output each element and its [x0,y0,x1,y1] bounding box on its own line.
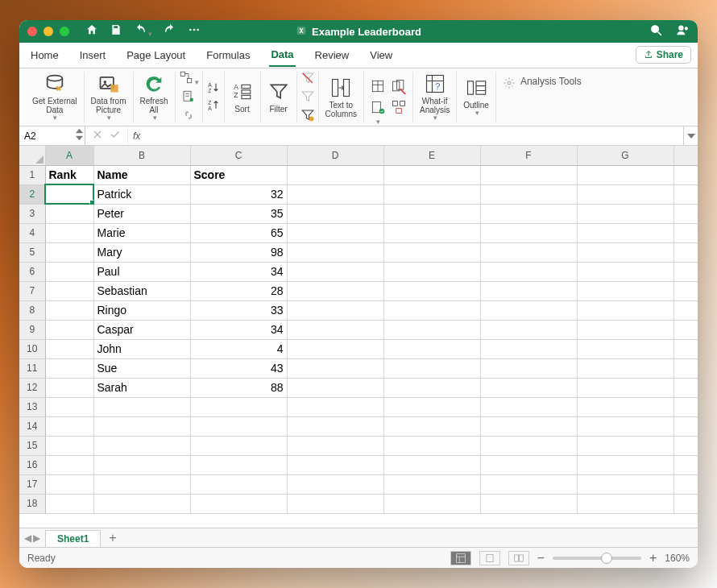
cell-G1[interactable] [577,165,673,184]
cell-F12[interactable] [480,378,577,397]
connections-icon[interactable]: ▾ [179,70,199,87]
undo-icon[interactable]: ▾ [134,23,152,39]
more-icon[interactable] [188,23,201,39]
cell-G14[interactable] [577,416,673,436]
cell-F17[interactable] [480,474,577,494]
zoom-in-button[interactable]: + [649,551,657,565]
sheet-tab-sheet1[interactable]: Sheet1 [45,530,101,547]
advanced-filter-icon[interactable] [300,108,315,124]
tab-page-layout[interactable]: Page Layout [125,44,187,66]
cell-D2[interactable] [287,184,383,204]
flash-fill-icon[interactable] [369,78,387,96]
cell-C8[interactable]: 33 [190,300,287,320]
filter-button[interactable]: Filter [261,72,297,122]
cell-E11[interactable] [383,358,480,378]
cell-A12[interactable] [45,378,93,397]
tab-insert[interactable]: Insert [78,44,108,66]
cancel-formula-icon[interactable] [92,129,103,143]
row-header-11[interactable]: 11 [19,358,45,378]
cell-B5[interactable]: Mary [93,242,190,262]
edit-links-icon[interactable] [181,108,196,124]
cell-B3[interactable]: Peter [93,204,190,223]
cell-G5[interactable] [577,242,673,262]
cell-C1[interactable]: Score [190,165,287,184]
consolidate-icon[interactable] [390,99,408,117]
row-header-4[interactable]: 4 [19,223,45,242]
col-header-E[interactable]: E [383,146,480,165]
row-header-7[interactable]: 7 [19,281,45,300]
col-header-F[interactable]: F [480,146,577,165]
cell-B7[interactable]: Sebastian [93,281,190,300]
row-header-2[interactable]: 2 [19,184,45,204]
row-header-10[interactable]: 10 [19,339,45,358]
cell-B1[interactable]: Name [93,165,190,184]
tab-home[interactable]: Home [29,44,60,66]
col-header-B[interactable]: B [93,146,190,165]
cell-E9[interactable] [383,320,480,339]
cell-E8[interactable] [383,300,480,320]
cell-C7[interactable]: 28 [190,281,287,300]
row-header-1[interactable]: 1 [19,165,45,184]
cell-D9[interactable] [287,320,383,339]
col-header-C[interactable]: C [190,146,287,165]
cell-D11[interactable] [287,358,383,378]
cell-A16[interactable] [45,455,93,474]
close-window-button[interactable] [27,27,37,36]
cell-B6[interactable]: Paul [93,262,190,281]
cell-G9[interactable] [577,320,673,339]
cell-C2[interactable]: 32 [190,184,287,204]
sort-desc-icon[interactable]: ZA [206,98,221,114]
tab-formulas[interactable]: Formulas [205,44,251,66]
cell-A2[interactable] [45,184,93,204]
cell-B12[interactable]: Sarah [93,378,190,397]
cell-F4[interactable] [480,223,577,242]
cell-B11[interactable]: Sue [93,358,190,378]
analysis-tools-button[interactable]: Analysis Tools [496,72,588,122]
cell-C18[interactable] [190,494,287,513]
cell-D1[interactable] [287,165,383,184]
cell-F13[interactable] [480,397,577,416]
cell-B14[interactable] [93,416,190,436]
cell-G12[interactable] [577,378,673,397]
cell-D12[interactable] [287,378,383,397]
cell-E4[interactable] [383,223,480,242]
zoom-out-button[interactable]: − [537,551,545,565]
cell-A7[interactable] [45,281,93,300]
confirm-formula-icon[interactable] [110,129,121,143]
account-icon[interactable] [676,23,690,40]
cell-F18[interactable] [480,494,577,513]
row-header-3[interactable]: 3 [19,204,45,223]
cell-C11[interactable]: 43 [190,358,287,378]
cell-C13[interactable] [190,397,287,416]
cell-D10[interactable] [287,339,383,358]
cell-E12[interactable] [383,378,480,397]
cell-E7[interactable] [383,281,480,300]
row-header-14[interactable]: 14 [19,416,45,436]
row-header-18[interactable]: 18 [19,494,45,513]
cell-F8[interactable] [480,300,577,320]
cell-E17[interactable] [383,474,480,494]
cell-B15[interactable] [93,436,190,455]
search-icon[interactable] [649,23,663,40]
cell-B13[interactable] [93,397,190,416]
cell-C3[interactable]: 35 [190,204,287,223]
cell-A14[interactable] [45,416,93,436]
spreadsheet-grid[interactable]: ABCDEFG1RankNameScore2Patrick323Peter354… [19,146,698,528]
cell-A4[interactable] [45,223,93,242]
view-page-break-button[interactable] [508,551,529,565]
col-header-A[interactable]: A [45,146,93,165]
text-to-columns-button[interactable]: Text to Columns [319,72,364,122]
fx-label[interactable]: fx [128,126,145,145]
cell-B16[interactable] [93,455,190,474]
cell-E15[interactable] [383,436,480,455]
col-header-D[interactable]: D [287,146,383,165]
cell-G16[interactable] [577,455,673,474]
zoom-slider[interactable] [553,557,641,560]
sort-button[interactable]: AZ Sort [225,72,261,122]
col-header-G[interactable]: G [577,146,673,165]
cell-C14[interactable] [190,416,287,436]
sort-asc-icon[interactable]: AZ [206,81,221,97]
view-page-layout-button[interactable] [479,551,500,565]
view-normal-button[interactable] [450,551,471,565]
cell-A1[interactable]: Rank [45,165,93,184]
